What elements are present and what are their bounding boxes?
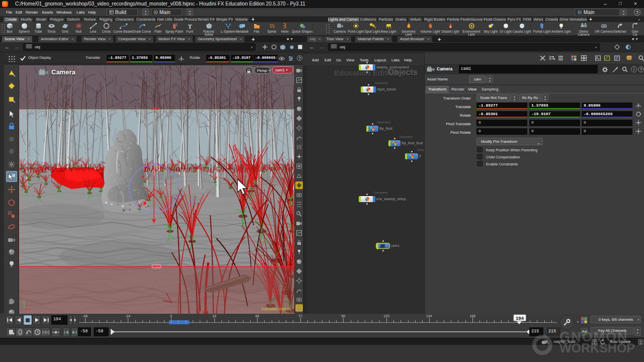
svg-text:y: y [23,299,25,302]
svg-text:x: x [31,309,33,312]
svg-text:T: T [188,23,192,30]
svg-text:Education Edition: Education Edition [262,307,291,311]
